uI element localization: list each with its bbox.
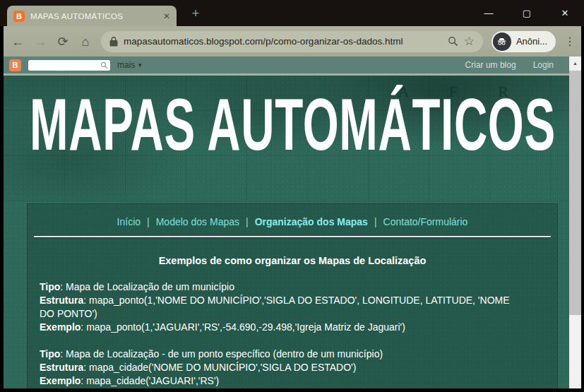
window-controls: — ▢ ✕: [470, 0, 584, 26]
blog-search-input[interactable]: [30, 61, 100, 69]
zoom-icon[interactable]: [448, 36, 458, 47]
mais-label: mais: [117, 60, 135, 70]
maximize-button[interactable]: ▢: [508, 0, 546, 26]
incognito-icon: [493, 32, 511, 51]
blogger-navbar: B mais ▼ Criar um blog Login: [4, 57, 569, 73]
titlebar: B MAPAS AUTOMÁTICOS ✕ + — ▢ ✕: [0, 0, 584, 26]
mais-dropdown[interactable]: mais ▼: [117, 60, 143, 70]
chrome-menu-icon[interactable]: ⋮: [564, 35, 574, 48]
nav-separator: |: [147, 216, 150, 227]
page-content: B mais ▼ Criar um blog Login: [4, 57, 569, 388]
browser-tab[interactable]: B MAPAS AUTOMÁTICOS ✕: [7, 6, 177, 26]
example-block-1: Tipo: Mapa de Localização de um municípi…: [40, 280, 515, 334]
bookmark-star-icon[interactable]: ☆: [464, 34, 475, 49]
address-bar[interactable]: mapasautomaticos.blogspot.com/p/como-org…: [101, 31, 483, 52]
window-frame: ← → ⟳ ⌂ mapasautomaticos.blogspot.com/p/…: [4, 26, 581, 388]
scrollbar-thumb[interactable]: [569, 71, 581, 315]
exemplo-line: Exemplo: mapa_ponto(1,'JAGUARI','RS',-54…: [40, 321, 515, 334]
create-blog-link[interactable]: Criar um blog: [465, 60, 516, 70]
blogger-favicon-icon: B: [13, 11, 25, 22]
page-viewport: B mais ▼ Criar um blog Login: [4, 57, 581, 388]
back-icon[interactable]: ←: [11, 35, 25, 48]
nav-divider: [34, 236, 551, 237]
tab-close-icon[interactable]: ✕: [163, 11, 170, 21]
url-text[interactable]: mapasautomaticos.blogspot.com/p/como-org…: [124, 36, 442, 47]
site-header: A F R MAPAS AUTOMÁTICOS: [4, 76, 569, 201]
blog-site: A F R MAPAS AUTOMÁTICOS Início|Modelo do…: [4, 76, 569, 388]
tipo-line: Tipo: Mapa de Localização de um municípi…: [40, 280, 515, 294]
browser-window: B MAPAS AUTOMÁTICOS ✕ + — ▢ ✕ ← → ⟳ ⌂ ma…: [0, 0, 584, 392]
reload-icon[interactable]: ⟳: [56, 35, 70, 48]
page-title: Exemplos de como organizar os Mapas de L…: [28, 255, 557, 266]
login-link[interactable]: Login: [533, 60, 554, 70]
minimize-button[interactable]: —: [470, 0, 508, 26]
home-icon[interactable]: ⌂: [78, 35, 93, 48]
nav-link-modelo-dos-mapas[interactable]: Modelo dos Mapas: [156, 216, 239, 227]
browser-toolbar: ← → ⟳ ⌂ mapasautomaticos.blogspot.com/p/…: [4, 26, 581, 57]
site-title: MAPAS AUTOMÁTICOS: [30, 85, 556, 163]
estrutura-line: Estrutura: mapa_ponto(1,'NOME DO MUNICÍP…: [40, 294, 515, 321]
blogger-logo-icon[interactable]: B: [9, 59, 21, 71]
close-button[interactable]: ✕: [546, 0, 584, 26]
tab-title: MAPAS AUTOMÁTICOS: [30, 12, 157, 20]
lock-icon[interactable]: [109, 37, 118, 47]
site-nav: Início|Modelo dos Mapas|Organização dos …: [28, 216, 557, 227]
example-block-2: Tipo: Mapa de Localização - de um ponto …: [40, 348, 515, 388]
content-box: Início|Modelo dos Mapas|Organização dos …: [27, 203, 558, 388]
estrutura-line: Estrutura: mapa_cidade('NOME DO MUNICÍPI…: [40, 361, 515, 374]
nav-separator: |: [246, 216, 249, 227]
nav-link-inicio[interactable]: Início: [117, 216, 141, 227]
profile-name: Anôni...: [516, 36, 547, 47]
search-icon: [100, 61, 108, 69]
forward-icon[interactable]: →: [33, 35, 47, 48]
incognito-profile-chip[interactable]: Anôni...: [491, 31, 556, 52]
exemplo-line: Exemplo: mapa_cidade('JAGUARI','RS'): [40, 374, 515, 388]
scroll-up-icon[interactable]: ▲: [569, 57, 581, 70]
new-tab-button[interactable]: +: [186, 4, 205, 23]
blog-search-box[interactable]: [28, 60, 110, 71]
nav-link-organizacao-dos-mapas[interactable]: Organização dos Mapas: [255, 216, 368, 227]
vertical-scrollbar[interactable]: ▲: [569, 57, 581, 388]
nav-separator: |: [374, 216, 377, 227]
tipo-line: Tipo: Mapa de Localização - de um ponto …: [40, 348, 515, 361]
nav-link-contato-formulario[interactable]: Contato/Formulário: [383, 216, 468, 227]
chevron-down-icon: ▼: [137, 62, 143, 69]
